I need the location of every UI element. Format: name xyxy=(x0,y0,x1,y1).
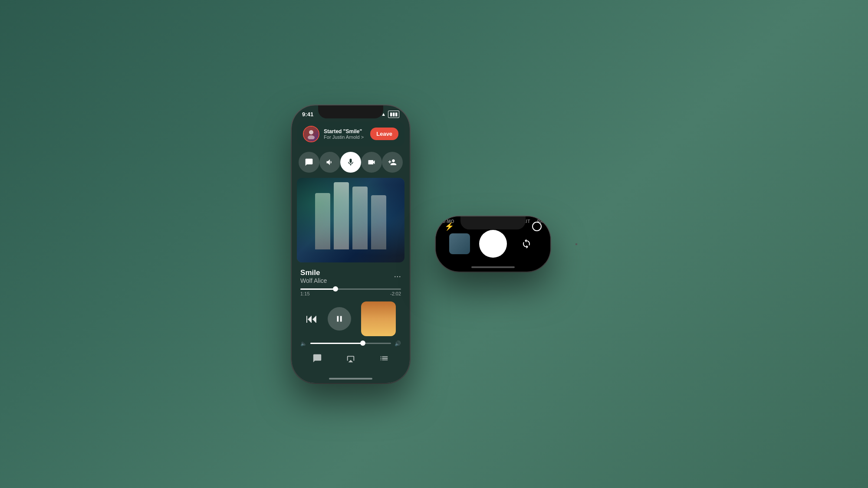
time-remaining: -2:02 xyxy=(390,291,401,296)
speaker-button[interactable] xyxy=(319,152,340,173)
phone-2-frame: ⚡ ⌃ Copy Select All Look Up ▶ xyxy=(436,216,550,272)
queue-button[interactable] xyxy=(379,354,389,366)
bottom-nav-1 xyxy=(292,348,410,374)
music-info: Smile Wolf Alice ··· xyxy=(292,264,410,286)
video-button[interactable] xyxy=(361,152,382,173)
home-indicator-1 xyxy=(292,374,410,383)
rewind-button[interactable]: ⏮ xyxy=(306,311,318,326)
volume-track[interactable] xyxy=(310,343,391,344)
facetime-controls xyxy=(292,148,410,176)
notch-1 xyxy=(318,105,383,118)
volume-fill xyxy=(310,343,363,344)
album-art xyxy=(297,178,404,262)
playback-controls: ⏮ xyxy=(292,299,410,339)
progress-fill xyxy=(300,288,335,290)
flash-icon[interactable]: ⚡ xyxy=(444,222,454,231)
mic-button[interactable] xyxy=(340,152,361,173)
music-more-button[interactable]: ··· xyxy=(394,271,401,281)
ft-info: Started "Smile" For Justin Arnold > xyxy=(324,128,366,140)
person-plus-button[interactable] xyxy=(382,152,403,173)
progress-bar-wrap: 1:15 -2:02 xyxy=(292,286,410,299)
ft-avatar-inner xyxy=(304,127,319,141)
time-1: 9:41 xyxy=(302,111,313,118)
volume-thumb xyxy=(360,341,365,346)
flip-camera-button[interactable] xyxy=(516,233,537,254)
home-bar-2 xyxy=(471,266,515,268)
ft-title: Started "Smile" xyxy=(324,128,366,134)
svg-point-1 xyxy=(308,135,315,139)
phone-2-screen: ⚡ ⌃ Copy Select All Look Up ▶ xyxy=(436,216,550,272)
notch-2 xyxy=(460,216,526,229)
progress-times: 1:15 -2:02 xyxy=(300,291,401,296)
volume-bar: 🔈 🔊 xyxy=(292,339,410,348)
phone-1-frame: 9:41 ▲ ▮▮▮ xyxy=(292,105,410,383)
ft-subtitle: For Justin Arnold > xyxy=(324,134,366,140)
chat-button[interactable] xyxy=(299,152,319,173)
svg-point-0 xyxy=(309,130,313,134)
progress-track[interactable] xyxy=(300,288,401,290)
facetime-banner: Started "Smile" For Justin Arnold > Leav… xyxy=(297,121,404,147)
music-artist: Wolf Alice xyxy=(300,277,327,284)
pip-video xyxy=(361,301,396,336)
ft-avatar xyxy=(303,126,319,142)
avatar-silhouette xyxy=(306,129,316,139)
volume-low-icon: 🔈 xyxy=(300,341,307,347)
airplay-button[interactable] xyxy=(346,354,355,366)
home-bar-1 xyxy=(329,378,372,380)
music-title: Smile xyxy=(300,269,327,277)
time-elapsed: 1:15 xyxy=(300,291,309,296)
shutter-button[interactable] xyxy=(479,230,507,258)
music-text: Smile Wolf Alice xyxy=(300,269,327,284)
home-indicator-2 xyxy=(436,263,550,272)
battery-icon-1: ▮▮▮ xyxy=(388,111,399,118)
leave-button[interactable]: Leave xyxy=(370,128,398,140)
pip-person xyxy=(361,301,396,336)
progress-thumb xyxy=(333,286,338,291)
phone-1-screen: 9:41 ▲ ▮▮▮ xyxy=(292,105,410,383)
volume-high-icon: 🔊 xyxy=(395,341,401,347)
shutter-inner xyxy=(481,232,505,255)
pause-button[interactable] xyxy=(328,307,351,331)
circle-dot-icon[interactable] xyxy=(532,222,542,231)
lyrics-button[interactable] xyxy=(312,354,322,366)
camera-thumbnail[interactable] xyxy=(449,233,470,254)
